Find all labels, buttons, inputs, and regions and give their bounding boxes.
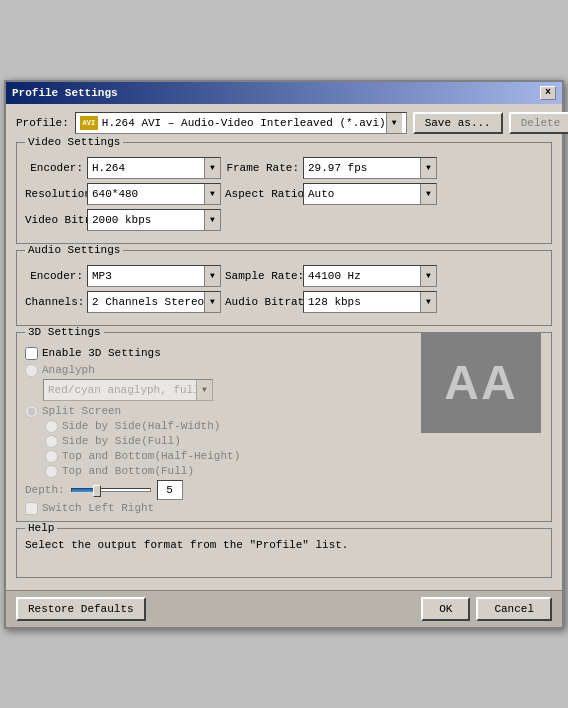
close-button[interactable]: × — [540, 86, 556, 100]
video-settings-group: Video Settings Encoder: H.264 ▼ Frame Ra… — [16, 142, 552, 244]
side-by-side-full-radio[interactable] — [45, 435, 58, 448]
depth-spinner[interactable] — [157, 480, 183, 500]
audio-settings-title: Audio Settings — [25, 244, 123, 256]
top-bottom-full-row: Top and Bottom(Full) — [45, 465, 413, 478]
resolution-value: 640*480 — [88, 188, 142, 200]
channels-dropdown-arrow[interactable]: ▼ — [204, 292, 220, 312]
top-bottom-half-radio[interactable] — [45, 450, 58, 463]
split-screen-label: Split Screen — [42, 405, 121, 417]
save-as-button[interactable]: Save as... — [413, 112, 503, 134]
aspect-ratio-dropdown[interactable]: Auto ▼ — [303, 183, 437, 205]
video-bitrate-dropdown[interactable]: 2000 kbps ▼ — [87, 209, 221, 231]
switch-left-right-label: Switch Left Right — [42, 502, 154, 514]
profile-dropdown[interactable]: AVI H.264 AVI – Audio-Video Interleaved … — [75, 112, 407, 134]
3d-settings-group: 3D Settings Enable 3D Settings Anaglyph … — [16, 332, 552, 522]
anaglyph-label: Anaglyph — [42, 364, 95, 376]
help-group: Help Select the output format from the "… — [16, 528, 552, 578]
switch-left-right-checkbox[interactable] — [25, 502, 38, 515]
side-by-side-half-label: Side by Side(Half-Width) — [62, 420, 220, 432]
3d-right-panel: AA — [413, 347, 543, 515]
top-bottom-half-row: Top and Bottom(Half-Height) — [45, 450, 413, 463]
resolution-label: Resolution: — [25, 188, 83, 200]
channels-dropdown[interactable]: 2 Channels Stereo ▼ — [87, 291, 221, 313]
anaglyph-sub-dropdown[interactable]: Red/cyan anaglyph, full color ▼ — [43, 379, 213, 401]
audio-bitrate-value: 128 kbps — [304, 296, 365, 308]
audio-encoder-label: Encoder: — [25, 270, 83, 282]
profile-value: H.264 AVI – Audio-Video Interleaved (*.a… — [102, 117, 386, 129]
title-bar: Profile Settings × — [6, 82, 562, 104]
aspect-ratio-value: Auto — [304, 188, 338, 200]
resolution-dropdown-arrow[interactable]: ▼ — [204, 184, 220, 204]
footer: Restore Defaults OK Cancel — [6, 590, 562, 627]
encoder-dropdown[interactable]: H.264 ▼ — [87, 157, 221, 179]
side-by-side-half-radio[interactable] — [45, 420, 58, 433]
profile-dropdown-arrow[interactable]: ▼ — [386, 113, 402, 133]
encoder-label: Encoder: — [25, 162, 83, 174]
frame-rate-dropdown-arrow[interactable]: ▼ — [420, 158, 436, 178]
audio-bitrate-dropdown[interactable]: 128 kbps ▼ — [303, 291, 437, 313]
video-settings-title: Video Settings — [25, 136, 123, 148]
encoder-value: H.264 — [88, 162, 129, 174]
audio-encoder-dropdown[interactable]: MP3 ▼ — [87, 265, 221, 287]
channels-label: Channels: — [25, 296, 83, 308]
resolution-dropdown[interactable]: 640*480 ▼ — [87, 183, 221, 205]
side-by-side-full-label: Side by Side(Full) — [62, 435, 181, 447]
anaglyph-sub-value: Red/cyan anaglyph, full color — [44, 384, 196, 396]
resolution-row: Resolution: 640*480 ▼ Aspect Ratio: Auto… — [25, 183, 543, 205]
depth-label: Depth: — [25, 484, 65, 496]
channels-row: Channels: 2 Channels Stereo ▼ Audio Bitr… — [25, 291, 543, 313]
side-by-side-half-row: Side by Side(Half-Width) — [45, 420, 413, 433]
sample-rate-dropdown[interactable]: 44100 Hz ▼ — [303, 265, 437, 287]
split-screen-radio[interactable] — [25, 405, 38, 418]
main-content: Profile: AVI H.264 AVI – Audio-Video Int… — [6, 104, 562, 590]
profile-label: Profile: — [16, 117, 69, 129]
enable-3d-label: Enable 3D Settings — [42, 347, 161, 359]
footer-right: OK Cancel — [421, 597, 552, 621]
3d-settings-title: 3D Settings — [25, 326, 104, 338]
top-bottom-full-label: Top and Bottom(Full) — [62, 465, 194, 477]
audio-bitrate-label: Audio Bitrate: — [225, 296, 299, 308]
video-bitrate-value: 2000 kbps — [88, 214, 155, 226]
profile-row: Profile: AVI H.264 AVI – Audio-Video Int… — [16, 112, 552, 134]
3d-left-panel: Enable 3D Settings Anaglyph Red/cyan ana… — [25, 347, 413, 515]
encoder-dropdown-arrow[interactable]: ▼ — [204, 158, 220, 178]
audio-encoder-dropdown-arrow[interactable]: ▼ — [204, 266, 220, 286]
side-by-side-full-row: Side by Side(Full) — [45, 435, 413, 448]
sample-rate-value: 44100 Hz — [304, 270, 365, 282]
profile-icon: AVI — [80, 116, 98, 130]
cancel-button[interactable]: Cancel — [476, 597, 552, 621]
ok-button[interactable]: OK — [421, 597, 470, 621]
top-bottom-half-label: Top and Bottom(Half-Height) — [62, 450, 240, 462]
enable-3d-row: Enable 3D Settings — [25, 347, 413, 360]
sample-rate-dropdown-arrow[interactable]: ▼ — [420, 266, 436, 286]
help-title: Help — [25, 522, 57, 534]
aspect-ratio-dropdown-arrow[interactable]: ▼ — [420, 184, 436, 204]
preview-box: AA — [421, 333, 541, 433]
depth-row: Depth: — [25, 480, 413, 500]
video-bitrate-dropdown-arrow[interactable]: ▼ — [204, 210, 220, 230]
audio-encoder-value: MP3 — [88, 270, 116, 282]
anaglyph-sub-dropdown-arrow[interactable]: ▼ — [196, 380, 212, 400]
video-bitrate-label: Video Bitrate: — [25, 214, 83, 226]
encoder-row: Encoder: H.264 ▼ Frame Rate: 29.97 fps ▼ — [25, 157, 543, 179]
channels-value: 2 Channels Stereo — [88, 296, 204, 308]
split-screen-row: Split Screen — [25, 405, 413, 418]
window-title: Profile Settings — [12, 87, 118, 99]
frame-rate-label: Frame Rate: — [225, 162, 299, 174]
delete-button[interactable]: Delete — [509, 112, 568, 134]
frame-rate-value: 29.97 fps — [304, 162, 371, 174]
help-text: Select the output format from the "Profi… — [25, 539, 543, 551]
enable-3d-checkbox[interactable] — [25, 347, 38, 360]
frame-rate-dropdown[interactable]: 29.97 fps ▼ — [303, 157, 437, 179]
restore-defaults-button[interactable]: Restore Defaults — [16, 597, 146, 621]
audio-encoder-row: Encoder: MP3 ▼ Sample Rate: 44100 Hz ▼ — [25, 265, 543, 287]
dialog-window: Profile Settings × Profile: AVI H.264 AV… — [4, 80, 564, 629]
sample-rate-label: Sample Rate: — [225, 270, 299, 282]
audio-bitrate-dropdown-arrow[interactable]: ▼ — [420, 292, 436, 312]
anaglyph-row: Anaglyph — [25, 364, 413, 377]
switch-left-right-row: Switch Left Right — [25, 502, 413, 515]
top-bottom-full-radio[interactable] — [45, 465, 58, 478]
anaglyph-radio[interactable] — [25, 364, 38, 377]
depth-slider[interactable] — [71, 483, 151, 497]
video-bitrate-row: Video Bitrate: 2000 kbps ▼ — [25, 209, 543, 231]
